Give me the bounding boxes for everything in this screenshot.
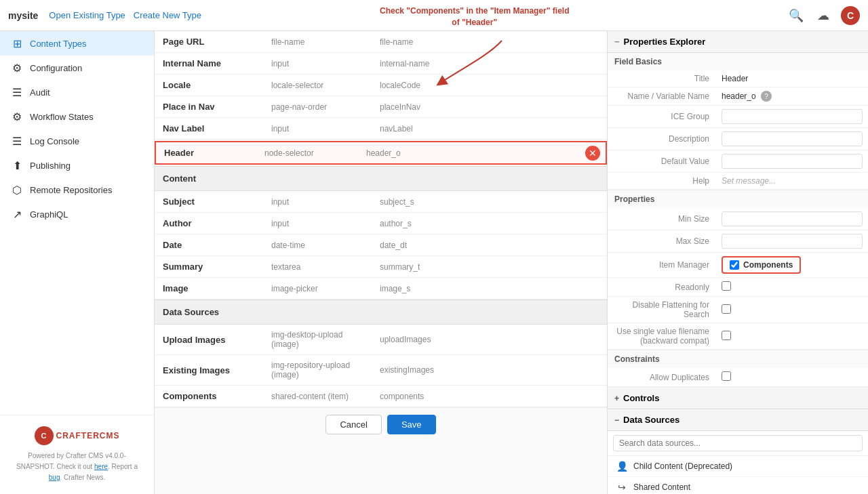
- data-sources-fields-table: Upload Images img-desktop-upload(image) …: [155, 325, 607, 407]
- field-basics-table: Title Header Name / Variable Name header…: [608, 70, 868, 190]
- prop-value-max-size: [716, 230, 868, 253]
- field-type-author: input: [263, 213, 372, 234]
- table-row-nav-label: Nav Label input navLabel: [155, 118, 607, 140]
- save-button[interactable]: Save: [387, 415, 436, 434]
- field-label-subject: Subject: [155, 191, 263, 213]
- prop-value-min-size: [716, 208, 868, 230]
- header-field-variable: header_o: [366, 148, 401, 158]
- search-icon[interactable]: 🔍: [787, 6, 806, 25]
- components-checkbox[interactable]: [730, 260, 739, 270]
- field-variable-image: image_s: [372, 278, 607, 300]
- prop-label-disable-flattening: Disable Flattening for Search: [608, 297, 716, 323]
- field-label-page-url: Page URL: [155, 31, 263, 53]
- data-sources-search-input[interactable]: [613, 435, 863, 451]
- constraints-table: Allow Duplicates: [608, 368, 868, 387]
- field-type-image: image-picker: [263, 278, 372, 300]
- shared-content-icon: ↪: [616, 481, 628, 493]
- readonly-checkbox[interactable]: [722, 281, 731, 291]
- properties-collapse-icon[interactable]: −: [614, 37, 620, 47]
- prop-label-min-size: Min Size: [608, 208, 716, 230]
- field-variable-page-url: file-name: [372, 31, 607, 53]
- prop-label-description: Description: [608, 128, 716, 150]
- user-avatar[interactable]: C: [841, 6, 860, 25]
- prop-value-readonly: [716, 278, 868, 297]
- table-row-locale: Locale locale-selector localeCode: [155, 75, 607, 96]
- graphiql-icon: ↗: [11, 208, 23, 220]
- log-console-icon: ☰: [11, 135, 23, 147]
- open-existing-link[interactable]: Open Existing Type: [49, 10, 125, 20]
- controls-toggle-icon: +: [614, 394, 619, 403]
- properties-section-label: Properties: [608, 190, 868, 208]
- field-type-locale: locale-selector: [263, 75, 372, 96]
- field-label-existing-images: Existing Images: [155, 355, 263, 386]
- header-field-type: node-selector: [264, 148, 366, 158]
- max-size-input[interactable]: [722, 234, 863, 249]
- ds-item-shared-content[interactable]: ↪ Shared Content: [608, 477, 868, 494]
- data-sources-toggle-icon: −: [614, 415, 619, 425]
- data-sources-search-bar: [608, 431, 868, 456]
- sidebar-label-workflow-states: Workflow States: [30, 112, 94, 122]
- annotation-text: Check "Components" in the "Item Manager"…: [380, 5, 569, 28]
- cloud-icon[interactable]: ☁: [814, 6, 833, 25]
- content-fields-table: Subject input subject_s Author input aut…: [155, 191, 607, 300]
- prop-row-variable-name: Name / Variable Name header_o ?: [608, 87, 868, 106]
- single-value-checkbox[interactable]: [722, 331, 731, 340]
- sidebar-item-workflow-states[interactable]: ⚙ Workflow States: [0, 104, 154, 129]
- prop-value-allow-duplicates: [716, 368, 868, 387]
- data-sources-panel-label: Data Sources: [623, 415, 679, 425]
- sidebar-item-configuration[interactable]: ⚙ Configuration: [0, 56, 154, 80]
- sidebar-item-log-console[interactable]: ☰ Log Console: [0, 129, 154, 153]
- logo-text-block: CRAFTERCMS: [56, 431, 120, 440]
- sidebar-item-graphiql[interactable]: ↗ GraphiQL: [0, 202, 154, 226]
- help-placeholder: Set message...: [722, 176, 776, 186]
- table-row-internal-name: Internal Name input internal-name: [155, 53, 607, 75]
- prop-row-ice-group: ICE Group: [608, 106, 868, 128]
- audit-icon: ☰: [11, 86, 23, 98]
- sidebar-item-content-types[interactable]: ⊞ Content Types: [0, 31, 154, 56]
- field-variable-author: author_s: [372, 213, 607, 234]
- prop-label-default-value: Default Value: [608, 150, 716, 173]
- header-field-row[interactable]: Header node-selector header_o ✕: [155, 141, 607, 165]
- sidebar-version: Powered by Crafter CMS v4.0.0-SNAPSHOT. …: [11, 451, 143, 483]
- field-type-upload-images: img-desktop-upload(image): [263, 325, 372, 355]
- ice-group-input[interactable]: [722, 109, 863, 124]
- field-basics-label: Field Basics: [608, 53, 868, 70]
- version-link-here[interactable]: here: [94, 463, 108, 470]
- table-row-summary: Summary textarea summary_t: [155, 256, 607, 278]
- version-link-bug[interactable]: bug: [49, 474, 60, 481]
- field-type-place-in-nav: page-nav-order: [263, 96, 372, 118]
- field-variable-locale: localeCode: [372, 75, 607, 96]
- create-new-link[interactable]: Create New Type: [134, 10, 201, 20]
- ds-label-shared-content: Shared Content: [633, 482, 690, 492]
- field-label-place-in-nav: Place in Nav: [155, 96, 263, 118]
- logo-name: CRAFTERCMS: [56, 431, 120, 440]
- variable-info-icon[interactable]: ?: [761, 91, 772, 102]
- header-field-close-button[interactable]: ✕: [585, 146, 600, 161]
- sidebar-item-remote-repositories[interactable]: ⬡ Remote Repositories: [0, 178, 154, 202]
- description-input[interactable]: [722, 131, 863, 146]
- table-row-image: Image image-picker image_s: [155, 278, 607, 300]
- prop-row-disable-flattening: Disable Flattening for Search: [608, 297, 868, 323]
- prop-row-allow-duplicates: Allow Duplicates: [608, 368, 868, 387]
- sidebar-item-audit[interactable]: ☰ Audit: [0, 80, 154, 104]
- cancel-button[interactable]: Cancel: [326, 415, 381, 434]
- min-size-input[interactable]: [722, 211, 863, 226]
- prop-label-max-size: Max Size: [608, 230, 716, 253]
- data-sources-panel-header[interactable]: − Data Sources: [608, 409, 868, 431]
- field-variable-internal-name: internal-name: [372, 53, 607, 75]
- disable-flattening-checkbox[interactable]: [722, 304, 731, 314]
- sidebar-item-publishing[interactable]: ⬆ Publishing: [0, 153, 154, 178]
- table-row-subject: Subject input subject_s: [155, 191, 607, 213]
- field-variable-nav-label: navLabel: [372, 118, 607, 140]
- ds-item-child-content[interactable]: 👤 Child Content (Deprecated): [608, 456, 868, 477]
- field-variable-date: date_dt: [372, 234, 607, 256]
- allow-duplicates-checkbox[interactable]: [722, 371, 731, 381]
- field-variable-place-in-nav: placeInNav: [372, 96, 607, 118]
- workflow-states-icon: ⚙: [11, 110, 23, 123]
- field-type-existing-images: img-repository-upload(image): [263, 355, 372, 386]
- default-value-input[interactable]: [722, 154, 863, 169]
- content-types-icon: ⊞: [11, 37, 23, 49]
- prop-row-title: Title Header: [608, 70, 868, 87]
- controls-section-header[interactable]: + Controls: [608, 388, 868, 409]
- sidebar-label-audit: Audit: [30, 87, 50, 98]
